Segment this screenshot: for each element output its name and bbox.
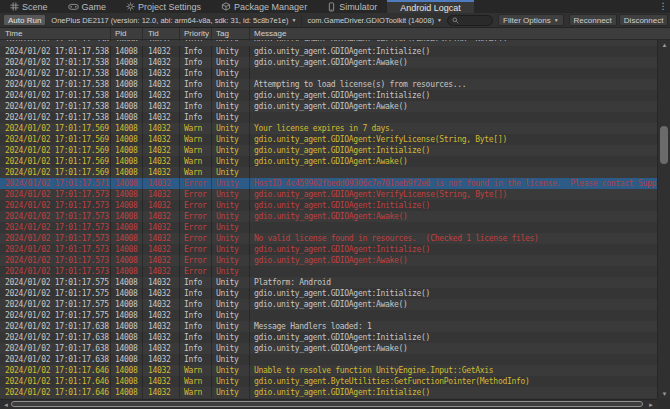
search-box[interactable] — [447, 15, 493, 26]
log-row[interactable]: 2024/01/02 17:01:17.5751400814032InfoUni… — [0, 299, 657, 310]
editor-tab-bar: SceneGameProject SettingsPackage Manager… — [0, 0, 670, 13]
log-pri-cell: Error — [180, 266, 212, 277]
log-row[interactable]: 2024/01/02 17:01:17.5751400814032InfoUni… — [0, 277, 657, 288]
log-time-cell: 2024/01/02 17:01:17.569 — [0, 156, 111, 167]
log-pid-cell: 14008 — [111, 222, 143, 233]
auto-run-toggle[interactable]: Auto Run — [3, 14, 46, 26]
tab-label: Simulator — [339, 2, 377, 12]
log-row[interactable]: 2024/01/02 17:01:17.5381400814032InfoUni… — [0, 90, 657, 101]
log-tid-cell: 14032 — [143, 310, 180, 321]
log-row[interactable]: 2024/01/02 17:01:17.5731400814032ErrorUn… — [0, 222, 657, 233]
log-pri-cell: Error — [180, 211, 212, 222]
column-header-message[interactable]: Message — [250, 28, 670, 39]
log-tid-cell: 14032 — [143, 134, 180, 145]
log-time-cell: 2024/01/02 17:01:17.573 — [0, 211, 111, 222]
filter-options-button[interactable]: Filter Options ▼ — [498, 14, 564, 26]
log-tid-cell: 14032 — [143, 79, 180, 90]
scroll-left-icon[interactable]: ◄ — [3, 401, 9, 409]
log-pid-cell: 14008 — [111, 178, 143, 189]
log-time-cell: 2024/01/02 17:01:17.538 — [0, 79, 111, 90]
log-msg-cell — [250, 167, 657, 178]
log-pri-cell: Info — [180, 57, 212, 68]
search-input[interactable] — [461, 16, 488, 25]
log-tag-cell: Unity — [212, 266, 250, 277]
tab-android-logcat[interactable]: Android Logcat — [387, 0, 474, 13]
phone-icon — [327, 2, 336, 12]
log-row[interactable]: 2024/01/02 17:01:17.5381400814032InfoUni… — [0, 57, 657, 68]
vertical-scrollbar-thumb[interactable] — [660, 126, 668, 164]
reconnect-button[interactable]: Reconnect — [569, 14, 617, 26]
log-pid-cell: 14008 — [111, 211, 143, 222]
log-row[interactable]: 2024/01/02 17:01:17.5731400814032ErrorUn… — [0, 233, 657, 244]
horizontal-scrollbar[interactable]: ◄ ► — [0, 399, 670, 409]
log-msg-cell: gdio.unity_agent.GDIOAgent:Initialize() — [250, 46, 657, 57]
log-row[interactable]: 2024/01/02 17:01:17.5731400814032ErrorUn… — [0, 244, 657, 255]
log-row[interactable]: 2024/01/02 17:01:17.5381400814032InfoUni… — [0, 68, 657, 79]
horizontal-scrollbar-thumb[interactable] — [11, 401, 643, 407]
log-row[interactable]: 2024/01/02 17:01:17.6461400814032WarnUni… — [0, 376, 657, 387]
log-row[interactable]: 2024/01/02 17:01:17.5751400814032InfoUni… — [0, 288, 657, 299]
device-dropdown[interactable]: OnePlus DE2117 (version: 12.0, abi: arm6… — [51, 16, 296, 25]
log-row[interactable]: 2024/01/02 17:01:17.5381400814032InfoUni… — [0, 112, 657, 123]
log-row[interactable]: 2024/01/02 17:01:17.5731400814032ErrorUn… — [0, 266, 657, 277]
tab-scene[interactable]: Scene — [0, 0, 58, 13]
column-header-time[interactable]: Time — [0, 28, 111, 39]
disconnect-button[interactable]: Disconnect — [619, 14, 669, 26]
log-row[interactable]: 2024/01/02 17:01:17.5691400814032WarnUni… — [0, 134, 657, 145]
log-row[interactable]: 2024/01/02 17:01:17.6381400814032InfoUni… — [0, 321, 657, 332]
log-row[interactable]: 2024/01/02 17:01:17.6461400814032WarnUni… — [0, 365, 657, 376]
log-tag-cell: Unity — [212, 321, 250, 332]
log-row[interactable]: 2024/01/02 17:01:17.5381400814032InfoUni… — [0, 46, 657, 57]
log-row[interactable]: 2024/01/02 17:01:17.5691400814032WarnUni… — [0, 167, 657, 178]
scroll-right-icon[interactable]: ► — [648, 401, 654, 409]
vertical-scrollbar[interactable]: ▲ ▼ — [657, 40, 670, 399]
scroll-up-icon[interactable]: ▲ — [658, 42, 670, 48]
log-row[interactable]: 2024/01/02 17:01:17.5731400814032ErrorUn… — [0, 211, 657, 222]
log-tag-cell: Unity — [212, 57, 250, 68]
log-pri-cell: Error — [180, 178, 212, 189]
package-dropdown[interactable]: com.GameDriver.GDIOToolkit (14008) ▼ — [307, 16, 442, 25]
log-pid-cell: 14008 — [111, 343, 143, 354]
log-pid-cell: 14008 — [111, 57, 143, 68]
log-tid-cell: 14032 — [143, 255, 180, 266]
log-pri-cell: Warn — [180, 387, 212, 398]
log-row[interactable]: 2024/01/02 17:01:17.5381400814032InfoUni… — [0, 101, 657, 112]
log-row-selected[interactable]: 2024/01/02 17:01:17.5711400814032ErrorUn… — [0, 178, 657, 189]
grid-icon — [10, 2, 19, 11]
log-pid-cell: 14008 — [111, 255, 143, 266]
log-row[interactable]: 2024/01/02 17:01:17.5381400814032InfoUni… — [0, 79, 657, 90]
column-header-priority[interactable]: Priority — [180, 28, 212, 39]
log-row[interactable]: 2024/01/02 17:01:17.6381400814032InfoUni… — [0, 332, 657, 343]
log-row[interactable]: 2024/01/02 17:01:17.5731400814032ErrorUn… — [0, 255, 657, 266]
window-menu-icon[interactable]: ⋮ — [656, 0, 670, 13]
log-row[interactable]: 2024/01/02 17:01:17.6461400814032WarnUni… — [0, 387, 657, 398]
log-tid-cell: 14032 — [143, 68, 180, 79]
log-row[interactable]: 2024/01/02 17:01:17.5731400814032ErrorUn… — [0, 189, 657, 200]
log-row[interactable]: 2024/01/02 17:01:17.5731400814032ErrorUn… — [0, 200, 657, 211]
tab-package-manager[interactable]: Package Manager — [211, 0, 317, 13]
package-label: com.GameDriver.GDIOToolkit (14008) — [307, 16, 434, 25]
column-header-tag[interactable]: Tag — [212, 28, 250, 39]
log-pid-cell: 14008 — [111, 79, 143, 90]
log-tag-cell: Unity — [212, 376, 250, 387]
log-pid-cell: 14008 — [111, 310, 143, 321]
column-header-tid[interactable]: Tid — [143, 28, 180, 39]
column-header-pid[interactable]: Pid — [111, 28, 143, 39]
log-row[interactable]: 2024/01/02 17:01:17.5691400814032WarnUni… — [0, 156, 657, 167]
log-row[interactable]: 2024/01/02 17:01:17.6381400814032InfoUni… — [0, 354, 657, 365]
chevron-down-icon: ▼ — [554, 18, 559, 23]
scroll-down-icon[interactable]: ▼ — [658, 391, 670, 397]
log-tag-cell: Unity — [212, 145, 250, 156]
log-pid-cell: 14008 — [111, 299, 143, 310]
log-tid-cell: 14032 — [143, 288, 180, 299]
log-row[interactable]: 2024/01/02 17:01:17.5691400814032WarnUni… — [0, 145, 657, 156]
log-row[interactable]: 2024/01/02 17:01:17.5751400814032InfoUni… — [0, 310, 657, 321]
log-row[interactable]: 2024/01/02 17:01:17.5691400814032WarnUni… — [0, 123, 657, 134]
tab-simulator[interactable]: Simulator — [317, 0, 387, 13]
log-row[interactable]: 2024/01/02 17:01:17.6381400814032InfoUni… — [0, 343, 657, 354]
log-msg-cell: gdio.unity_agent.GDIOAgent:Awake() — [250, 211, 657, 222]
tab-project-settings[interactable]: Project Settings — [116, 0, 211, 13]
log-tag-cell: Unity — [212, 299, 250, 310]
tab-game[interactable]: Game — [58, 0, 117, 13]
log-tag-cell: Unity — [212, 354, 250, 365]
